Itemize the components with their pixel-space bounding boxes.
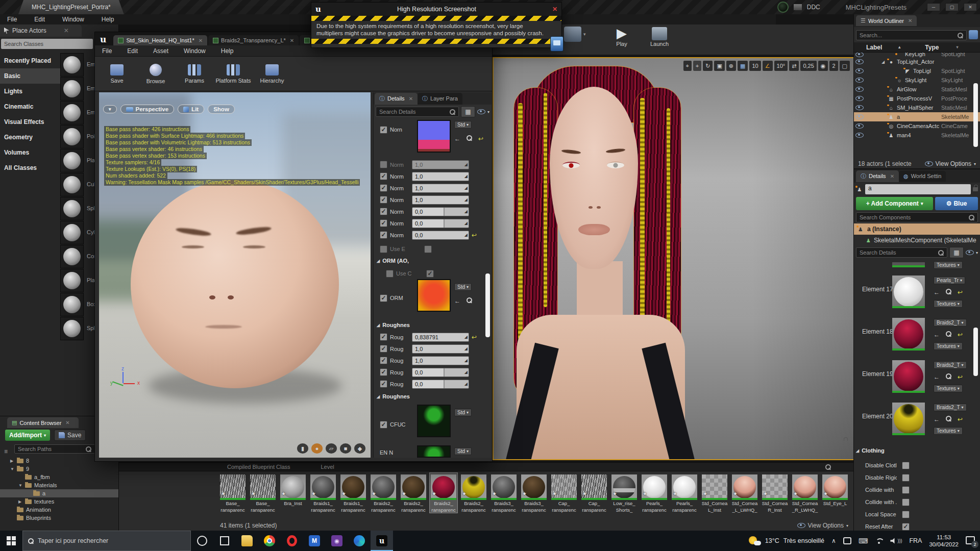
folder-tree-item[interactable]: ▼ Materials bbox=[0, 481, 118, 489]
menu-item[interactable]: Edit bbox=[34, 16, 45, 23]
visibility-eye-icon[interactable] bbox=[855, 96, 864, 101]
details-tab[interactable]: ⓘDetails✕ bbox=[856, 170, 899, 182]
material-thumbnail[interactable] bbox=[892, 276, 925, 308]
visibility-eye-icon[interactable] bbox=[855, 114, 864, 119]
param-checkbox[interactable] bbox=[380, 184, 387, 192]
asset-item[interactable]: ★ Braids3_ ransparenc bbox=[520, 473, 548, 513]
category-item[interactable]: Visual Effects bbox=[0, 114, 60, 130]
folder-tree-item[interactable]: Animation bbox=[0, 506, 118, 514]
param-checkbox[interactable] bbox=[380, 126, 387, 134]
save-all-button[interactable]: Save bbox=[54, 430, 86, 441]
close-tab-icon[interactable]: ✕ bbox=[290, 38, 294, 43]
asset-item[interactable]: ★ Std_Cornea L_Inst bbox=[701, 473, 728, 513]
world-outliner-tab[interactable]: ☰ World Outliner ✕ bbox=[856, 15, 917, 26]
lock-icon[interactable] bbox=[973, 187, 978, 191]
material-select-dropdown[interactable]: Braids2_T▾ bbox=[934, 404, 967, 411]
menu-item[interactable]: File bbox=[7, 16, 17, 23]
tray-expand-icon[interactable]: ∧ bbox=[831, 537, 836, 544]
filter-icon[interactable]: ▾ bbox=[956, 45, 958, 49]
search-components-input[interactable] bbox=[856, 212, 978, 222]
asset-item[interactable]: ★ Low_rise_ Shorts_ bbox=[610, 473, 638, 513]
filter-compiled-blueprint-class[interactable]: Compiled Blueprint Class bbox=[227, 464, 290, 470]
param-value-field[interactable]: 0,0 bbox=[412, 368, 469, 377]
param-checkbox[interactable] bbox=[380, 421, 387, 429]
clock[interactable]: 11:5330/04/2022 bbox=[929, 534, 959, 548]
asset-item[interactable]: ★ Bra_Inst bbox=[279, 473, 307, 508]
visibility-eye-icon[interactable] bbox=[855, 105, 864, 110]
outliner-scrollbar[interactable] bbox=[973, 83, 978, 147]
folder-tree-item[interactable]: ▶ textures bbox=[0, 497, 118, 506]
notification-center-icon[interactable]: 2 bbox=[966, 536, 975, 546]
asset-item[interactable]: ★ Braids3_ ransparenc bbox=[490, 473, 518, 513]
close-dialog-icon[interactable]: ✕ bbox=[552, 6, 557, 13]
outliner-row[interactable]: ◎ CineCameraActc CineCame bbox=[854, 121, 980, 131]
wifi-icon[interactable] bbox=[875, 538, 883, 544]
actor-name-field[interactable]: a bbox=[865, 184, 971, 194]
outliner-row[interactable]: ▦ PostProcessV PostProce bbox=[854, 94, 980, 103]
browse-to-icon[interactable] bbox=[946, 373, 951, 379]
use-selected-icon[interactable]: ← bbox=[934, 331, 940, 338]
reset-icon[interactable]: ↩ bbox=[472, 232, 477, 239]
param-checkbox[interactable] bbox=[380, 231, 387, 239]
value-checkbox[interactable] bbox=[424, 245, 432, 253]
visibility-eye-icon[interactable] bbox=[855, 87, 864, 92]
close-icon[interactable]: ✕ bbox=[64, 27, 69, 34]
reset-icon[interactable]: ↩ bbox=[958, 416, 963, 423]
asset-item[interactable]: ★ Braids2_ ransparenc bbox=[430, 473, 457, 513]
folder-tree-item[interactable]: ▼ 9 bbox=[0, 465, 118, 473]
camera-speed-icon[interactable]: ◉ bbox=[818, 61, 828, 71]
visibility-eye-icon[interactable] bbox=[855, 123, 864, 129]
label-column-header[interactable]: Label bbox=[866, 44, 882, 51]
param-value-field[interactable]: 0,0 bbox=[412, 380, 469, 389]
visibility-eye-icon[interactable] bbox=[855, 53, 864, 57]
asset-item[interactable]: ★ Braids1_ ransparenc bbox=[339, 473, 367, 513]
asset-item[interactable]: ★ Cap_ ransparenc bbox=[580, 473, 608, 513]
display-filter-icon[interactable]: ▦ bbox=[461, 106, 475, 117]
opera-icon[interactable] bbox=[281, 531, 303, 551]
folder-tree-item[interactable]: a_fbm bbox=[0, 473, 118, 481]
chrome-icon[interactable] bbox=[258, 531, 281, 551]
taskbar-search[interactable]: Taper ici pour rechercher bbox=[22, 531, 191, 551]
asset-item[interactable]: ★ Pearls_ ransparenc bbox=[671, 473, 698, 513]
reset-icon[interactable]: ↩ bbox=[958, 331, 963, 338]
close-icon[interactable]: ✕ bbox=[908, 18, 912, 23]
param-checkbox[interactable] bbox=[380, 161, 387, 168]
clothing-section-header[interactable]: ◢Clothing bbox=[856, 447, 885, 454]
search-assets-icon[interactable] bbox=[825, 464, 831, 470]
param-value-field[interactable]: 1,0 bbox=[412, 160, 469, 169]
language-indicator[interactable]: FRA bbox=[909, 537, 922, 544]
world-coordinate-icon[interactable]: ⊕ bbox=[726, 61, 736, 71]
property-checkbox[interactable] bbox=[902, 498, 910, 506]
start-button[interactable] bbox=[0, 531, 22, 551]
visibility-eye-icon[interactable] bbox=[855, 68, 864, 73]
menu-item[interactable]: Window bbox=[62, 16, 84, 23]
keyboard-icon[interactable]: ⌨ bbox=[859, 537, 868, 545]
asset-item[interactable]: ★ Braids2_ ransparenc bbox=[460, 473, 487, 513]
reset-icon[interactable]: ↩ bbox=[958, 373, 963, 381]
move-tool-icon[interactable]: + bbox=[693, 61, 701, 71]
outliner-row[interactable]: ♟ a SkeletalMe bbox=[854, 112, 980, 121]
visibility-eye-icon[interactable] bbox=[855, 59, 864, 64]
search-paths-input[interactable] bbox=[14, 444, 95, 454]
material-thumbnail[interactable] bbox=[892, 403, 925, 435]
outliner-search[interactable] bbox=[856, 30, 967, 40]
scale-snap-value[interactable]: 0,25 bbox=[800, 61, 816, 71]
parent-material-dropdown[interactable]: Std▾ bbox=[454, 283, 472, 291]
toolbar-button[interactable]: Browse bbox=[138, 59, 174, 89]
textures-button[interactable]: Textures▾ bbox=[934, 427, 963, 435]
visibility-eye-icon[interactable] bbox=[855, 78, 864, 83]
menu-item[interactable]: Edit bbox=[127, 47, 138, 55]
chevron-down-icon[interactable]: ▾ bbox=[487, 110, 489, 114]
filter-level[interactable]: Level bbox=[321, 464, 334, 470]
onedrive-icon[interactable] bbox=[843, 537, 851, 544]
perspective-button[interactable]: Perspective bbox=[120, 105, 175, 114]
param-checkbox[interactable] bbox=[380, 333, 387, 341]
material-thumbnail[interactable] bbox=[892, 318, 925, 350]
orm-section-header[interactable]: ◢ORM (AO, bbox=[377, 258, 409, 264]
use-selected-icon[interactable]: ← bbox=[934, 289, 940, 296]
param-checkbox[interactable] bbox=[380, 208, 387, 215]
asset-item[interactable]: ★ Pearls_ ransparenc bbox=[641, 473, 668, 513]
maximize-button[interactable]: ▢ bbox=[945, 3, 959, 11]
asset-item[interactable]: ★ Std_Eye_L bbox=[821, 473, 849, 508]
category-item[interactable]: Basic bbox=[0, 68, 60, 84]
